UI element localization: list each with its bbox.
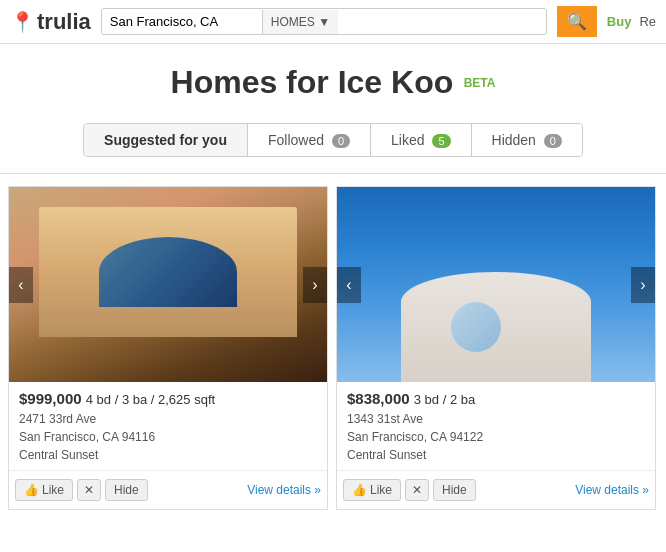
- tab-hidden-badge: 0: [544, 134, 562, 148]
- listing-info-2: $838,000 3 bd / 2 ba 1343 31st Ave San F…: [337, 382, 655, 464]
- search-bar: HOMES ▼: [101, 8, 547, 35]
- tab-followed[interactable]: Followed 0: [248, 124, 371, 156]
- homes-dropdown[interactable]: HOMES ▼: [262, 10, 338, 34]
- header: 📍 trulia HOMES ▼ 🔍 Buy Re: [0, 0, 666, 44]
- tab-hidden-label: Hidden: [492, 132, 536, 148]
- logo-text: trulia: [37, 9, 91, 35]
- tabs-container: Suggested for you Followed 0 Liked 5 Hid…: [83, 123, 583, 157]
- thumb-up-icon-1: 👍: [24, 483, 39, 497]
- listings-grid: ‹ › $999,000 4 bd / 3 ba / 2,625 sqft 24…: [0, 174, 666, 522]
- house-image-2: [337, 187, 655, 382]
- beta-badge: BETA: [464, 76, 496, 90]
- tab-followed-badge: 0: [332, 134, 350, 148]
- like-button-2[interactable]: 👍 Like: [343, 479, 401, 501]
- listing-image-1: ‹ ›: [9, 187, 327, 382]
- trulia-pin-icon: 📍: [10, 10, 35, 34]
- listing-actions-2: 👍 Like ✕ Hide View details »: [337, 470, 655, 509]
- search-button[interactable]: 🔍: [557, 6, 597, 37]
- hide-button-1[interactable]: Hide: [105, 479, 148, 501]
- listing-price-1: $999,000 4 bd / 3 ba / 2,625 sqft: [19, 390, 317, 407]
- tab-followed-label: Followed: [268, 132, 324, 148]
- listing-address-1: 2471 33rd Ave San Francisco, CA 94116 Ce…: [19, 410, 317, 464]
- carousel-next-1[interactable]: ›: [303, 267, 327, 303]
- listing-details-1: 4 bd / 3 ba / 2,625 sqft: [86, 392, 215, 407]
- tab-suggested[interactable]: Suggested for you: [84, 124, 248, 156]
- listing-info-1: $999,000 4 bd / 3 ba / 2,625 sqft 2471 3…: [9, 382, 327, 464]
- view-details-link-2[interactable]: View details »: [575, 483, 649, 497]
- remove-button-2[interactable]: ✕: [405, 479, 429, 501]
- house-image-1: [9, 187, 327, 382]
- view-details-link-1[interactable]: View details »: [247, 483, 321, 497]
- hide-button-2[interactable]: Hide: [433, 479, 476, 501]
- listing-image-2: ‹ ›: [337, 187, 655, 382]
- listing-details-2: 3 bd / 2 ba: [414, 392, 475, 407]
- listing-card: ‹ › $999,000 4 bd / 3 ba / 2,625 sqft 24…: [8, 186, 328, 510]
- nav-links: Buy Re: [607, 14, 656, 29]
- listing-address-2: 1343 31st Ave San Francisco, CA 94122 Ce…: [347, 410, 645, 464]
- x-icon-1: ✕: [84, 483, 94, 497]
- listing-actions-1: 👍 Like ✕ Hide View details »: [9, 470, 327, 509]
- listing-price-2: $838,000 3 bd / 2 ba: [347, 390, 645, 407]
- tab-liked[interactable]: Liked 5: [371, 124, 471, 156]
- tab-suggested-label: Suggested for you: [104, 132, 227, 148]
- thumb-up-icon-2: 👍: [352, 483, 367, 497]
- nav-buy-link[interactable]: Buy: [607, 14, 632, 29]
- carousel-next-2[interactable]: ›: [631, 267, 655, 303]
- tab-liked-label: Liked: [391, 132, 424, 148]
- search-input[interactable]: [102, 9, 262, 34]
- remove-button-1[interactable]: ✕: [77, 479, 101, 501]
- like-button-1[interactable]: 👍 Like: [15, 479, 73, 501]
- carousel-prev-1[interactable]: ‹: [9, 267, 33, 303]
- listing-card-2: ‹ › $838,000 3 bd / 2 ba 1343 31st Ave S…: [336, 186, 656, 510]
- carousel-prev-2[interactable]: ‹: [337, 267, 361, 303]
- page-title: Homes for Ice Koo: [171, 64, 454, 100]
- tab-hidden[interactable]: Hidden 0: [472, 124, 582, 156]
- page-title-section: Homes for Ice Koo BETA: [0, 44, 666, 111]
- nav-re-link[interactable]: Re: [639, 14, 656, 29]
- x-icon-2: ✕: [412, 483, 422, 497]
- logo: 📍 trulia: [10, 9, 91, 35]
- tab-liked-badge: 5: [432, 134, 450, 148]
